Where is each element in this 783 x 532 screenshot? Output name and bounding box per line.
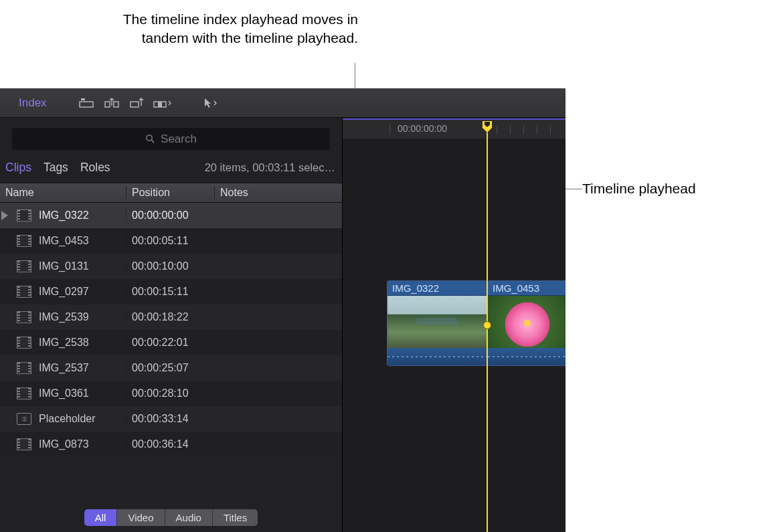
- timeline-playhead[interactable]: [487, 122, 488, 532]
- column-name[interactable]: Name: [0, 187, 126, 199]
- callout-index-playhead: The timeline index playhead moves in tan…: [117, 10, 358, 48]
- clip-name: IMG_0453: [39, 235, 126, 247]
- clip-name: IMG_0873: [39, 438, 126, 450]
- table-row[interactable]: IMG_045300:00:05:11: [0, 228, 342, 254]
- svg-rect-0: [80, 102, 93, 107]
- clip-name: Placeholder: [39, 413, 126, 425]
- clip-position: 00:00:33:14: [126, 413, 214, 425]
- film-clip-icon: [16, 309, 32, 325]
- svg-rect-3: [114, 102, 118, 107]
- clip-thumbnail: [387, 296, 487, 348]
- table-row[interactable]: IMG_029700:00:15:11: [0, 279, 342, 304]
- column-notes[interactable]: Notes: [214, 187, 342, 199]
- clip-label: IMG_0453: [488, 281, 566, 296]
- film-clip-icon: [16, 335, 32, 351]
- index-panel: Search Clips Tags Roles 20 items, 00:03:…: [0, 118, 343, 532]
- clip-position: 00:00:36:14: [126, 438, 214, 450]
- film-clip-icon: [16, 207, 32, 224]
- append-clip-icon[interactable]: [127, 94, 147, 112]
- clip-position: 00:00:28:10: [126, 387, 214, 400]
- index-tabs: Clips Tags Roles 20 items, 00:03:11 sele…: [0, 157, 342, 183]
- clip-position: 00:00:18:22: [126, 311, 214, 323]
- clip-audio-waveform: [488, 348, 566, 366]
- clip-list: IMG_032200:00:00:00IMG_045300:00:05:11IM…: [0, 203, 342, 503]
- tab-roles[interactable]: Roles: [80, 161, 110, 175]
- film-clip-icon: [16, 233, 32, 249]
- selection-status: 20 items, 00:03:11 selec…: [205, 161, 335, 174]
- pointer-tool-icon[interactable]: [201, 94, 221, 112]
- clip-position: 00:00:25:07: [126, 362, 214, 374]
- table-row[interactable]: IMG_036100:00:28:10: [0, 381, 342, 406]
- film-clip-icon: [16, 284, 32, 300]
- clip-name: IMG_2539: [39, 311, 126, 323]
- timeline-ruler[interactable]: 00:00:00:00: [343, 120, 566, 140]
- clip-name: IMG_0131: [39, 260, 126, 272]
- clip-audio-waveform: [387, 348, 487, 366]
- timeline-clip-2[interactable]: IMG_0453: [487, 280, 566, 366]
- film-clip-icon: [16, 360, 32, 376]
- svg-line-8: [151, 140, 154, 143]
- clip-position: 00:00:15:11: [126, 286, 214, 298]
- svg-rect-1: [81, 98, 85, 100]
- toolbar: Index: [0, 88, 566, 118]
- svg-rect-2: [105, 102, 110, 107]
- table-row[interactable]: IMG_253800:00:22:01: [0, 330, 342, 355]
- svg-point-7: [147, 135, 152, 141]
- clip-position: 00:00:10:00: [126, 260, 214, 272]
- table-row[interactable]: IMG_087300:00:36:14: [0, 432, 342, 457]
- playhead-marker-icon: [483, 321, 491, 329]
- clip-position: 00:00:05:11: [126, 235, 214, 247]
- filter-titles[interactable]: Titles: [212, 509, 258, 526]
- timeline-clip-1[interactable]: IMG_0322: [387, 280, 487, 366]
- search-placeholder: Search: [161, 132, 197, 146]
- filter-video[interactable]: Video: [116, 509, 164, 526]
- table-row[interactable]: IMG_253700:00:25:07: [0, 355, 342, 381]
- app-window: Index Search Clips Tags Roles: [0, 88, 566, 532]
- film-clip-icon: [16, 258, 32, 274]
- ruler-timecode: 00:00:00:00: [398, 123, 447, 134]
- clip-position: 00:00:00:00: [126, 209, 214, 221]
- search-icon: [145, 134, 155, 144]
- clip-thumbnail: [488, 296, 566, 348]
- clip-name: IMG_0361: [39, 387, 126, 400]
- clip-name: IMG_0297: [39, 286, 126, 298]
- film-clip-icon: [16, 436, 32, 452]
- placeholder-icon: ②: [16, 411, 32, 427]
- track-area[interactable]: IMG_0322 IMG_0453: [343, 140, 566, 532]
- clip-name: IMG_2537: [39, 362, 126, 374]
- column-position[interactable]: Position: [126, 187, 214, 199]
- index-button[interactable]: Index: [5, 94, 60, 112]
- insert-clip-icon[interactable]: [102, 94, 122, 112]
- timeline[interactable]: 00:00:00:00 IMG_0322 IMG_0453: [343, 118, 566, 532]
- callout-timeline-playhead: Timeline playhead: [582, 181, 696, 197]
- table-row[interactable]: IMG_032200:00:00:00: [0, 203, 342, 228]
- table-header: Name Position Notes: [0, 183, 342, 203]
- svg-rect-6: [158, 102, 162, 107]
- table-row[interactable]: IMG_253900:00:18:22: [0, 304, 342, 330]
- search-input[interactable]: Search: [12, 128, 330, 150]
- table-row[interactable]: ②Placeholder00:00:33:14: [0, 406, 342, 432]
- clip-position: 00:00:22:01: [126, 337, 214, 349]
- connect-clip-icon[interactable]: [76, 94, 96, 112]
- filter-all[interactable]: All: [84, 509, 117, 526]
- playhead-indicator-icon: [1, 211, 8, 220]
- clip-name: IMG_2538: [39, 337, 126, 349]
- clip-name: IMG_0322: [39, 209, 126, 221]
- clip-label: IMG_0322: [387, 281, 487, 296]
- overwrite-clip-icon[interactable]: [153, 94, 173, 112]
- tab-clips[interactable]: Clips: [5, 161, 31, 175]
- table-row[interactable]: IMG_013100:00:10:00: [0, 254, 342, 279]
- svg-rect-4: [130, 102, 139, 107]
- tab-tags[interactable]: Tags: [44, 161, 68, 175]
- filter-audio[interactable]: Audio: [165, 509, 212, 526]
- film-clip-icon: [16, 385, 32, 402]
- filter-bar: All Video Audio Titles: [0, 503, 342, 532]
